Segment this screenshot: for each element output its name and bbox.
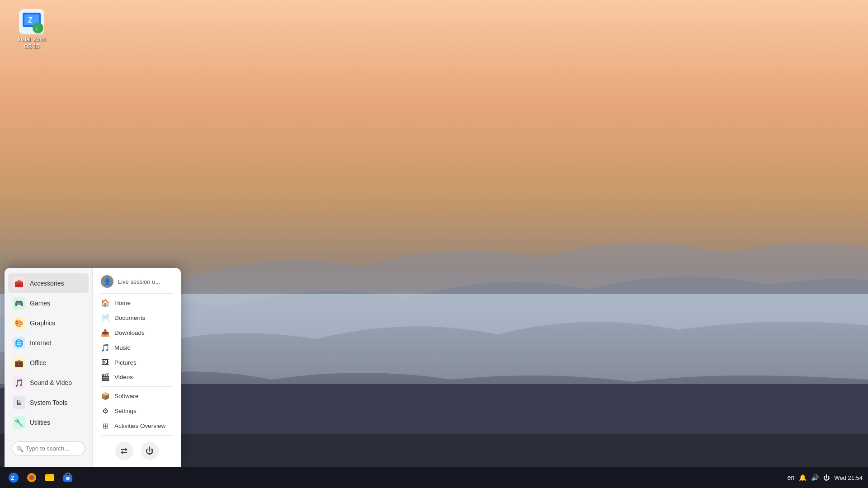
action-activities[interactable]: ⊞ Activities Overview <box>96 418 177 433</box>
menu-category-games[interactable]: 🎮 Games <box>8 293 89 313</box>
utilities-label: Utilities <box>30 419 50 426</box>
music-label: Music <box>114 344 130 351</box>
downloads-label: Downloads <box>114 329 145 336</box>
power-button[interactable]: ⏻ <box>141 442 159 460</box>
taskbar-store[interactable] <box>60 469 76 486</box>
software-label: Software <box>114 393 138 399</box>
taskbar-zorin-menu[interactable]: Z <box>5 469 22 486</box>
home-label: Home <box>114 300 131 306</box>
internet-label: Internet <box>30 339 51 347</box>
search-area: 🔍 <box>8 438 89 459</box>
menu-category-internet[interactable]: 🌐 Internet <box>8 333 89 353</box>
menu-categories-panel: 🧰 Accessories 🎮 Games 🎨 Graphics 🌐 Inter… <box>5 268 93 467</box>
volume-icon[interactable]: 🔊 <box>811 474 819 481</box>
taskbar-right: en 🔔 🔊 ⏻ Wed 21:54 <box>788 474 863 481</box>
svg-text:Z: Z <box>11 474 14 481</box>
office-icon: 💼 <box>13 357 25 369</box>
action-settings[interactable]: ⚙ Settings <box>96 404 177 418</box>
language-indicator[interactable]: en <box>788 474 795 481</box>
menu-category-graphics[interactable]: 🎨 Graphics <box>8 313 89 333</box>
accessories-icon: 🧰 <box>13 277 25 290</box>
settings-icon: ⚙ <box>101 407 110 415</box>
install-zorin-label: Install Zorin OS 15 <box>14 36 50 50</box>
accessories-label: Accessories <box>30 280 64 287</box>
taskbar: Z e <box>0 467 868 488</box>
home-icon: 🏠 <box>101 299 110 307</box>
utilities-icon: 🔧 <box>13 416 25 429</box>
divider-1 <box>101 293 173 294</box>
menu-category-accessories[interactable]: 🧰 Accessories <box>8 273 89 293</box>
place-pictures[interactable]: 🖼 Pictures <box>96 355 177 370</box>
documents-icon: 📄 <box>101 314 110 322</box>
music-icon: 🎵 <box>101 343 110 352</box>
internet-icon: 🌐 <box>13 337 25 349</box>
svg-point-16 <box>66 477 70 480</box>
place-videos[interactable]: 🎬 Videos <box>96 370 177 385</box>
power-status-icon[interactable]: ⏻ <box>823 474 830 481</box>
switch-user-button[interactable]: ⇄ <box>115 442 133 460</box>
sound-video-icon: 🎵 <box>13 376 25 389</box>
divider-3 <box>101 435 173 436</box>
user-avatar-icon: 👤 <box>104 278 111 285</box>
search-icon: 🔍 <box>16 445 24 452</box>
taskbar-clock[interactable]: Wed 21:54 <box>834 474 863 481</box>
taskbar-left: Z <box>5 469 76 486</box>
videos-label: Videos <box>114 374 133 380</box>
menu-user: 👤 Live session u... <box>96 272 177 291</box>
user-avatar: 👤 <box>101 275 113 288</box>
app-menu: 🧰 Accessories 🎮 Games 🎨 Graphics 🌐 Inter… <box>5 268 181 467</box>
menu-category-utilities[interactable]: 🔧 Utilities <box>8 413 89 432</box>
graphics-label: Graphics <box>30 319 55 327</box>
office-label: Office <box>30 359 46 366</box>
menu-bottom-buttons: ⇄ ⏻ <box>96 437 177 464</box>
games-icon: 🎮 <box>13 297 25 310</box>
settings-label: Settings <box>114 408 137 414</box>
documents-label: Documents <box>114 314 145 321</box>
power-icon: ⏻ <box>146 446 154 456</box>
system-tools-label: System Tools <box>30 399 67 406</box>
place-music[interactable]: 🎵 Music <box>96 340 177 355</box>
menu-category-sound-video[interactable]: 🎵 Sound & Video <box>8 373 89 393</box>
install-zorin-icon[interactable]: Z ↓ Install Zorin OS 15 <box>14 9 50 50</box>
taskbar-firefox[interactable] <box>24 469 40 486</box>
action-software[interactable]: 📦 Software <box>96 389 177 404</box>
place-documents[interactable]: 📄 Documents <box>96 310 177 325</box>
activities-label: Activities Overview <box>114 422 165 429</box>
games-label: Games <box>30 300 50 307</box>
menu-category-office[interactable]: 💼 Office <box>8 353 89 373</box>
activities-icon: ⊞ <box>101 422 110 430</box>
pictures-icon: 🖼 <box>101 358 110 366</box>
svg-text:Z: Z <box>28 16 33 24</box>
svg-text:↓: ↓ <box>35 24 38 32</box>
svg-point-13 <box>30 476 33 479</box>
user-name: Live session u... <box>118 278 160 285</box>
menu-category-system-tools[interactable]: 🖥 System Tools <box>8 393 89 413</box>
software-icon: 📦 <box>101 392 110 400</box>
videos-icon: 🎬 <box>101 373 110 381</box>
notifications-icon[interactable]: 🔔 <box>799 474 807 481</box>
taskbar-files[interactable] <box>42 469 58 486</box>
graphics-icon: 🎨 <box>13 317 25 329</box>
place-downloads[interactable]: 📥 Downloads <box>96 325 177 340</box>
downloads-icon: 📥 <box>101 328 110 337</box>
place-home[interactable]: 🏠 Home <box>96 296 177 310</box>
menu-places-panel: 👤 Live session u... 🏠 Home 📄 Documents 📥… <box>93 268 181 467</box>
sound-video-label: Sound & Video <box>30 379 72 386</box>
divider-2 <box>101 386 173 387</box>
system-tools-icon: 🖥 <box>13 396 25 409</box>
pictures-label: Pictures <box>114 359 137 366</box>
switch-user-icon: ⇄ <box>121 446 127 456</box>
